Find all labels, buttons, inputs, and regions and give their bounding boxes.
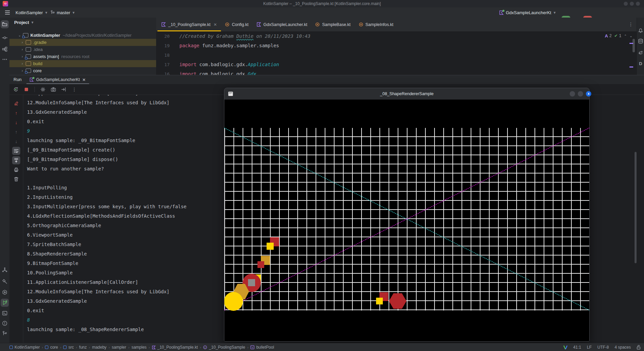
strip-more-dots-icon[interactable] (1, 55, 9, 63)
gutter-printer-icon[interactable] (12, 166, 20, 174)
indent-setting[interactable]: 4 spaces (615, 345, 631, 350)
console-attach-icon[interactable] (60, 86, 68, 93)
console-camera-icon[interactable] (50, 86, 57, 93)
strip-terminal-icon[interactable] (1, 309, 9, 317)
tree-item-core[interactable]: ›core (9, 67, 167, 74)
console-scrollbar[interactable] (635, 152, 637, 263)
gutter-soft-wrap-icon[interactable] (12, 147, 20, 155)
strip-bell-icon[interactable] (637, 26, 644, 34)
project-panel-header[interactable]: Project▼ (14, 19, 34, 26)
strip-problems-icon[interactable] (1, 319, 9, 327)
strip-gradle-icon[interactable] (637, 49, 644, 57)
status-right: 41:1 LF UTF-8 4 spaces (563, 345, 641, 350)
breadcrumb-samples[interactable]: samples (131, 345, 147, 350)
breadcrumb-separator: › (42, 345, 43, 349)
close-icon[interactable]: ✕ (214, 22, 217, 27)
project-widget[interactable]: KotlinSampler ▼ (16, 9, 48, 16)
code-editor[interactable]: 20//Created by Graham Duthie on 28/11/20… (156, 31, 633, 75)
gutter-arrow-up-gray-icon[interactable]: ↑ (12, 128, 20, 136)
title-bar: IJ KotlinSampler – _10_PoolingSample.kt … (0, 0, 644, 7)
vcs-v-icon[interactable] (563, 345, 568, 350)
hamburger-menu-icon[interactable] (4, 9, 11, 16)
console-stop-icon[interactable] (23, 86, 30, 93)
svg-text:C: C (204, 346, 206, 349)
close-icon[interactable]: ✕ (82, 77, 85, 82)
ide-window: IJ KotlinSampler – _10_PoolingSample.kt … (0, 0, 644, 351)
strip-services-icon[interactable] (1, 288, 9, 296)
breadcrumb-label: _10_PoolingSample.kt (157, 345, 198, 350)
breadcrumb-bulletpool[interactable]: VbulletPool (250, 345, 274, 350)
code-line: 20//Created by Graham Duthie on 28/11/20… (156, 31, 633, 41)
breadcrumb--10-poolingsample-kt[interactable]: _10_PoolingSample.kt (152, 345, 198, 350)
chevron-down-icon: ▼ (31, 21, 34, 24)
shape-renderer-window[interactable]: _08_ShapeRendererSample x (224, 88, 590, 342)
strip-commit-icon[interactable] (1, 34, 9, 42)
tree-item-kotlinsampler[interactable]: ⌄KotlinSampler~/IdeaProjects/Kotlin/Kotl… (9, 32, 164, 39)
tab-list-more-icon[interactable]: ⋮ (628, 21, 634, 27)
gdx-canvas[interactable] (224, 100, 589, 341)
breadcrumb-kotlinsampler[interactable]: KotlinSampler (9, 345, 40, 350)
strip-run-play-icon[interactable] (1, 299, 9, 307)
gutter-arrow-down-red-icon[interactable]: ↓ (12, 118, 20, 127)
strip-build-hammer-icon[interactable] (1, 277, 9, 286)
file-encoding[interactable]: UTF-8 (597, 345, 609, 350)
tree-item-build[interactable]: ›build (9, 60, 167, 67)
lock-open-icon[interactable] (637, 345, 641, 350)
run-tab-label: GdxSampleLauncherKt (36, 77, 80, 82)
kotlin-class-icon (359, 22, 363, 27)
tree-item-label: assets [main] (33, 54, 59, 59)
shape-window-close-button[interactable]: x (586, 91, 591, 97)
breadcrumb--10-poolingsample[interactable]: C_10_PoolingSample (203, 345, 245, 350)
chevron-down-icon: ▼ (45, 11, 48, 15)
window-minimize-button[interactable] (624, 2, 628, 6)
tree-item-assets-main-[interactable]: ›assets [main]resources root (9, 53, 167, 60)
window-maximize-button[interactable] (630, 2, 634, 6)
run-config-widget[interactable]: GdxSampleLauncherKt ▼ (499, 9, 556, 16)
tab-sampleinfos-kt[interactable]: SampleInfos.kt (355, 18, 398, 31)
breadcrumb-madeby[interactable]: madeby (92, 345, 106, 350)
tree-item--idea[interactable]: ›.idea (9, 46, 167, 53)
value-icon: V (250, 345, 254, 349)
shape-window-minimize-button[interactable] (570, 91, 575, 97)
console-rerun-icon[interactable] (12, 86, 20, 93)
breadcrumb-core[interactable]: core (45, 345, 58, 350)
breadcrumb-label: KotlinSampler (15, 345, 40, 350)
strip-database-icon[interactable] (637, 37, 644, 45)
gutter-arrow-down-gray-icon[interactable]: ↓ (12, 137, 20, 145)
inspections-widget[interactable]: A2 ✔1 ⌃ ⌄ (603, 33, 634, 39)
shape-window-maximize-button[interactable] (578, 91, 583, 97)
breadcrumb-src[interactable]: src (63, 345, 74, 350)
tab-gdxsamplelauncher-kt[interactable]: GdxSampleLauncher.kt (253, 18, 312, 31)
breadcrumb-separator: › (200, 345, 201, 349)
console-kebab-icon[interactable]: ⋮ (71, 86, 78, 93)
shape-window-titlebar[interactable]: _08_ShapeRendererSample x (224, 88, 589, 100)
prev-problem-icon[interactable]: ⌃ (624, 34, 627, 38)
caret-position[interactable]: 41:1 (573, 345, 581, 350)
gutter-arrow-up-red-icon[interactable]: ↑ (12, 109, 20, 117)
gutter-clear-eraser-icon[interactable] (12, 99, 20, 107)
line-ending[interactable]: LF (587, 345, 592, 350)
shape-window-title: _08_ShapeRendererSample (224, 88, 589, 100)
tab--10-poolingsample-kt[interactable]: _10_PoolingSample.kt✕ (157, 18, 221, 31)
strip-git-branch-icon[interactable] (1, 329, 9, 338)
window-close-button[interactable] (636, 2, 640, 6)
strip-project-folder-icon[interactable] (1, 20, 9, 28)
gutter-scroll-to-end-icon[interactable] (12, 156, 20, 164)
branch-widget[interactable]: master ▼ (51, 9, 75, 16)
strip-letter-d-icon[interactable]: D (637, 59, 644, 68)
strip-hub-icon[interactable] (1, 266, 9, 274)
tab-config-kt[interactable]: Config.kt (221, 18, 252, 31)
console-settings-gear-icon[interactable] (39, 86, 47, 93)
kotlin-file-icon (30, 78, 34, 82)
next-problem-icon[interactable]: ⌄ (629, 34, 632, 38)
run-tab[interactable]: GdxSampleLauncherKt ✕ (26, 75, 89, 84)
folder-icon (26, 54, 31, 59)
editor-scrollbar[interactable] (633, 39, 635, 52)
strip-structure-icon[interactable] (1, 45, 9, 53)
gutter-trash-icon[interactable] (12, 175, 20, 183)
tree-item--gradle[interactable]: ›.gradle (9, 39, 167, 46)
tab-samplebase-kt[interactable]: SampleBase.kt (311, 18, 354, 31)
line-number: 19 (156, 41, 179, 51)
breadcrumb-funz[interactable]: funz (79, 345, 87, 350)
breadcrumb-sampler[interactable]: sampler (112, 345, 126, 350)
